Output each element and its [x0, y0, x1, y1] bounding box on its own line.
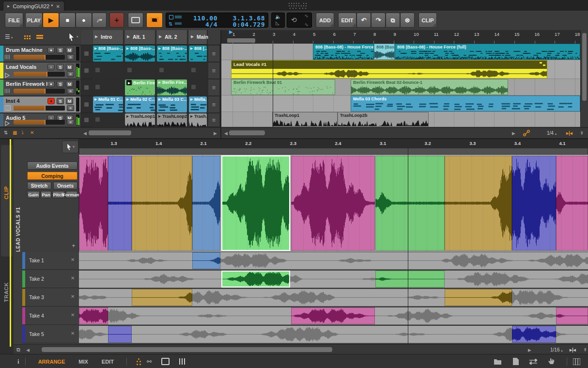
clip-play-icon[interactable]: ▶ [190, 114, 193, 118]
launcher-clip[interactable]: ▶Berlin Fire… [125, 80, 155, 96]
track-header-4[interactable]: Inst 4●SM≡ [0, 96, 80, 113]
stop-clip-cell[interactable] [81, 96, 92, 113]
empty-clip-slot[interactable] [93, 80, 123, 96]
track-header-3[interactable]: Berlin Firework Kit●SM≡ [0, 80, 80, 96]
ed-grid-settings-icon[interactable]: ⇞ [583, 347, 587, 352]
clip-play-icon[interactable]: ▶ [158, 47, 161, 50]
arranger-vscrollbar[interactable] [580, 30, 588, 127]
clip-play-icon[interactable]: ▶ [190, 97, 193, 101]
scene-header-4[interactable]: ▶Main [189, 30, 208, 45]
cursor-tool-caret[interactable]: ▾ [77, 35, 78, 39]
take-lane-5[interactable] [79, 326, 588, 343]
arr-grid-settings-icon[interactable]: ⇞ [580, 130, 584, 136]
mute-button[interactable]: M [66, 81, 73, 87]
editor-snap-value[interactable]: 1/16 ▴ [550, 347, 563, 352]
ed-scroll-left-icon[interactable]: ◀ [26, 348, 30, 352]
stop-clip-cell[interactable] [81, 80, 92, 96]
clip-play-icon[interactable]: ▶ [94, 97, 97, 101]
take-lane-3[interactable] [79, 289, 588, 306]
follow-playhead-icon[interactable] [523, 129, 530, 137]
stop-button[interactable]: ■ [59, 13, 76, 28]
arr-scroll-left-icon[interactable]: ◀ [224, 131, 228, 136]
tab-close-icon[interactable]: ✕ [56, 4, 60, 9]
arranger-track-area[interactable]: 808 (Bass-08) - House Force (808 (Bas808… [221, 44, 580, 127]
return-to-arrangement-icon[interactable]: ⤵ [21, 130, 24, 135]
ed-snap-magnet-icon[interactable]: ▸|◂ [570, 347, 576, 352]
scene-row-menu[interactable]: ≣ [208, 113, 219, 127]
arranger-clip[interactable]: Berlin Firework Beat 02-bounce-1 [351, 79, 508, 95]
info-icon[interactable]: i [17, 358, 19, 366]
take-lane-4[interactable] [79, 307, 588, 325]
arranger-clip[interactable]: Lead Vocals #1 [231, 60, 547, 79]
edit-menu-button[interactable]: EDIT [338, 13, 356, 28]
take-header-2[interactable]: Take 2✕ [22, 271, 79, 288]
audio-events-button[interactable]: Audio Events [27, 161, 77, 170]
launcher-clip[interactable]: ▶808 (… [189, 46, 207, 62]
track-header-2[interactable]: Lead Vocals●SM≡ [0, 63, 80, 79]
take-header-3[interactable]: Take 3✕ [22, 289, 79, 306]
stop-clip-cell[interactable] [81, 63, 92, 79]
arranger-clip[interactable]: 808 (Bass-08) - House Force ( [313, 44, 374, 60]
clip-play-icon[interactable]: ▶ [158, 97, 161, 101]
solo-button[interactable]: S [57, 64, 64, 70]
editor-hscrollbar[interactable] [42, 347, 332, 352]
take-header-5[interactable]: Take 5✕ [22, 326, 79, 343]
clip-play-icon[interactable]: ▶ [94, 47, 97, 50]
duplicate-button[interactable]: ⧉ [386, 13, 400, 28]
record-button[interactable]: ● [76, 13, 92, 28]
comp-takes-icon[interactable] [540, 62, 545, 66]
document-tab[interactable]: ▶ CompingGUI22 * ✕ [3, 1, 64, 11]
mappings-icon[interactable] [529, 359, 537, 365]
volume-slider[interactable] [14, 120, 65, 125]
arm-record-button[interactable]: ● [47, 81, 55, 87]
arranger-hscrollbar[interactable] [229, 130, 265, 135]
scene-row-menu[interactable]: ≣ [208, 63, 219, 79]
take-remove-icon[interactable]: ✕ [71, 275, 75, 281]
empty-clip-slot[interactable] [93, 113, 123, 127]
arranger-snap-value[interactable]: 1/4 ▴ [547, 130, 557, 136]
arr-scroll-right-icon[interactable]: ▶ [512, 131, 515, 136]
launcher-overview-icon[interactable]: ▦ [13, 130, 17, 135]
take-lane-1[interactable] [79, 252, 588, 270]
arranger-clip[interactable]: Mella 03 Chords [351, 96, 580, 112]
crossfade-icon[interactable]: ⇅ [4, 130, 8, 135]
editor-ruler[interactable]: 1.31.42.12.22.32.43.13.23.33.44.1 [79, 139, 588, 148]
lane-layers-icon[interactable]: ⧉ [16, 347, 20, 353]
take-header-4[interactable]: Take 4✕ [22, 307, 79, 325]
link-icon[interactable]: ⚯ [147, 358, 152, 365]
arm-record-button[interactable]: ● [47, 47, 55, 53]
editor-zoom-band[interactable] [79, 148, 588, 155]
undo-button[interactable]: ↶ [356, 13, 371, 28]
loop-panel[interactable]: ⟲ ∿ ∿ [287, 13, 312, 28]
tab-track[interactable]: TRACK [3, 282, 9, 302]
launcher-clip[interactable]: ▶808 (Bass-… [157, 46, 187, 62]
add-menu-button[interactable]: ADD [316, 13, 334, 28]
scene-row-menu[interactable]: ≣ [208, 80, 219, 96]
launcher-clip[interactable]: ▶Mella 01 C… [93, 96, 123, 112]
gain-button[interactable]: Gain [27, 191, 40, 198]
ed-scroll-right-icon[interactable]: ▶ [528, 348, 531, 352]
time-display[interactable]: 0:04.729 [220, 21, 265, 28]
launcher-clip[interactable]: ▶TrashLoop2b [157, 113, 187, 127]
single-pane-icon[interactable] [161, 358, 170, 365]
track-menu-button[interactable]: ≡ [67, 88, 74, 94]
solo-button[interactable]: S [57, 98, 64, 104]
launcher-clip[interactable]: ▶Berlin Fire… [157, 80, 187, 96]
empty-clip-slot[interactable] [189, 80, 207, 96]
scene-row-menu[interactable]: ≣ [208, 46, 219, 62]
launcher-clip[interactable]: ▶TrashLoop1 [125, 113, 155, 127]
arm-record-button[interactable]: ● [47, 98, 55, 104]
editor-cursor-tool[interactable]: ▾ [62, 141, 78, 153]
take-lane-2[interactable] [79, 271, 588, 288]
arranger-clip[interactable]: TrashLoop2b [338, 112, 429, 127]
scene-play-icon[interactable]: ▶ [127, 34, 130, 39]
punch-metronome-panel[interactable]: 🔈 ◺ [271, 13, 285, 28]
empty-clip-slot[interactable] [125, 63, 155, 79]
track-list-menu-icon[interactable]: ☰ ▾ [5, 33, 13, 40]
add-take-lane-button[interactable]: + [72, 242, 76, 249]
take-remove-icon[interactable]: ✕ [71, 312, 75, 318]
solo-button[interactable]: S [57, 81, 64, 87]
arranger-clip[interactable]: TrashLoop1 [272, 112, 338, 127]
mute-button[interactable]: M [66, 47, 73, 53]
pan-button[interactable]: Pan [41, 191, 51, 198]
